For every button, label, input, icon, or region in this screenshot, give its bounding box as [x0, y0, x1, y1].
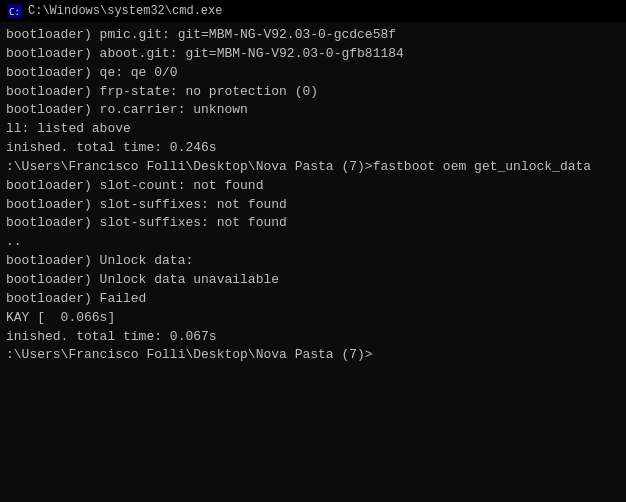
terminal-line: bootloader) frp-state: no protection (0): [6, 83, 620, 102]
title-bar: C: C:\Windows\system32\cmd.exe: [0, 0, 626, 22]
terminal-line: bootloader) pmic.git: git=MBM-NG-V92.03-…: [6, 26, 620, 45]
terminal-line: bootloader) Failed: [6, 290, 620, 309]
cmd-icon: C:: [6, 3, 22, 19]
terminal-line: inished. total time: 0.246s: [6, 139, 620, 158]
terminal-line: ..: [6, 233, 620, 252]
terminal-line: :\Users\Francisco Folli\Desktop\Nova Pas…: [6, 346, 620, 365]
terminal-line: :\Users\Francisco Folli\Desktop\Nova Pas…: [6, 158, 620, 177]
title-bar-text: C:\Windows\system32\cmd.exe: [28, 4, 222, 18]
terminal-line: bootloader) Unlock data:: [6, 252, 620, 271]
terminal-line: KAY [ 0.066s]: [6, 309, 620, 328]
svg-text:C:: C:: [9, 7, 20, 17]
terminal-line: inished. total time: 0.067s: [6, 328, 620, 347]
terminal-line: bootloader) Unlock data unavailable: [6, 271, 620, 290]
terminal-line: bootloader) aboot.git: git=MBM-NG-V92.03…: [6, 45, 620, 64]
terminal-body[interactable]: bootloader) pmic.git: git=MBM-NG-V92.03-…: [0, 22, 626, 502]
terminal-line: bootloader) slot-count: not found: [6, 177, 620, 196]
terminal-line: bootloader) slot-suffixes: not found: [6, 196, 620, 215]
terminal-line: bootloader) slot-suffixes: not found: [6, 214, 620, 233]
terminal-line: ll: listed above: [6, 120, 620, 139]
terminal-line: bootloader) qe: qe 0/0: [6, 64, 620, 83]
terminal-line: bootloader) ro.carrier: unknown: [6, 101, 620, 120]
